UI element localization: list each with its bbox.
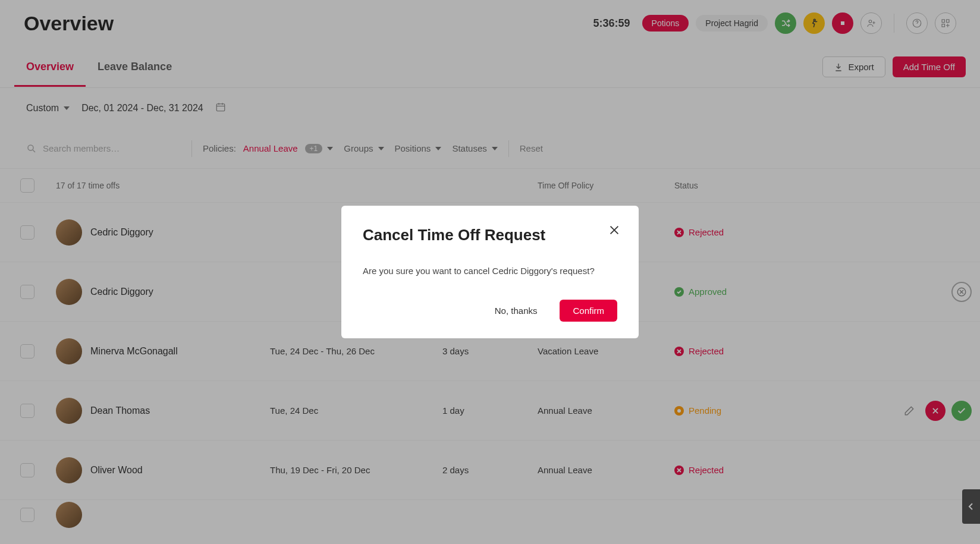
close-icon[interactable] xyxy=(608,224,621,239)
modal-overlay[interactable]: Cancel Time Off Request Are you sure you… xyxy=(0,0,980,544)
cancel-time-off-modal: Cancel Time Off Request Are you sure you… xyxy=(341,206,639,338)
app-root: Overview 5:36:59 Potions Project Hagrid xyxy=(0,0,980,544)
modal-body: Are you sure you want to cancel Cedric D… xyxy=(363,266,617,276)
modal-title: Cancel Time Off Request xyxy=(363,226,617,244)
modal-footer: No, thanks Confirm xyxy=(363,300,617,322)
no-thanks-button[interactable]: No, thanks xyxy=(482,300,551,322)
confirm-button[interactable]: Confirm xyxy=(560,300,617,322)
